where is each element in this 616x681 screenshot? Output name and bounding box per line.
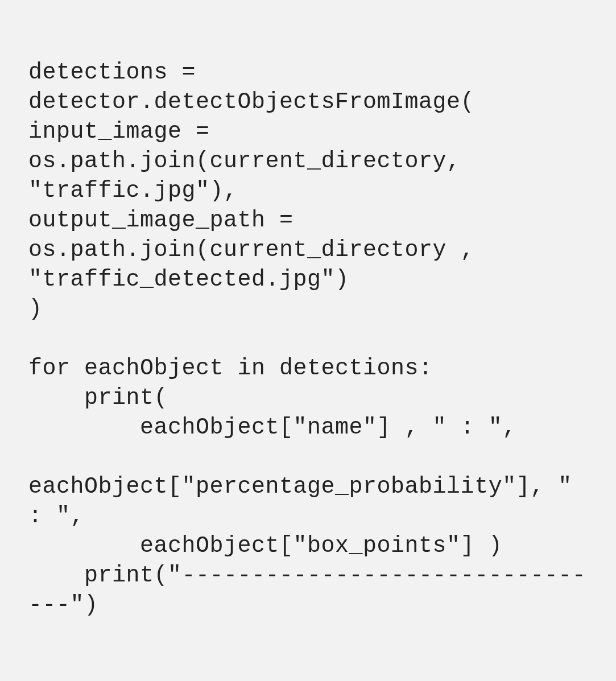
code-line-8: eachObject["name"] , " : ",	[28, 415, 516, 440]
code-line-7: print(	[28, 385, 168, 411]
code-line-11: print("--------------------------------"…	[28, 563, 586, 618]
code-line-4: )	[28, 296, 43, 322]
code-line-9: eachObject["percentage_probability"], " …	[28, 444, 586, 529]
code-line-1: detections = detector.detectObjectsFromI…	[28, 60, 474, 115]
code-line-3: output_image_path = os.path.join(current…	[28, 208, 489, 292]
code-line-6: for eachObject in detections:	[28, 356, 433, 381]
code-block: detections = detector.detectObjectsFromI…	[28, 28, 588, 620]
code-line-2: input_image = os.path.join(current_direc…	[28, 119, 474, 204]
code-line-10: eachObject["box_points"] )	[28, 533, 502, 559]
